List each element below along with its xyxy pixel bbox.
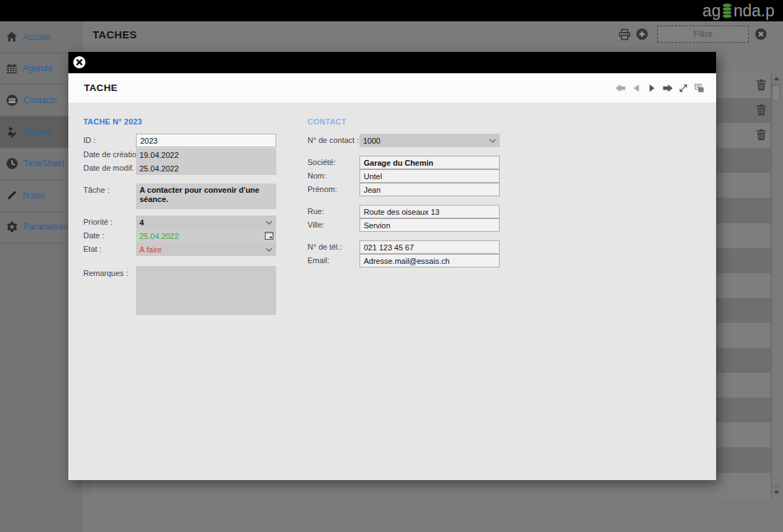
arrow-last-icon bbox=[662, 83, 673, 94]
sidebar-item-label: Tâches bbox=[23, 127, 51, 137]
name-field[interactable]: Untel bbox=[359, 169, 500, 183]
city-label: Ville: bbox=[308, 218, 325, 232]
modified-date-label: Date de modif. : bbox=[83, 161, 139, 175]
arrow-next-icon bbox=[646, 83, 658, 94]
id-label: ID : bbox=[83, 134, 95, 147]
first-record-button[interactable] bbox=[614, 82, 626, 94]
street-label: Rue: bbox=[308, 205, 324, 218]
city-field[interactable]: Servion bbox=[359, 218, 500, 232]
state-select[interactable]: A faire bbox=[136, 243, 276, 256]
firstname-field[interactable]: Jean bbox=[359, 183, 500, 196]
arrow-previous-icon bbox=[631, 83, 642, 94]
filter-input[interactable] bbox=[657, 26, 749, 43]
pencil-icon bbox=[6, 189, 18, 201]
sidebar-item-label: Accueil bbox=[23, 32, 51, 42]
contact-section-title: CONTACT bbox=[308, 117, 346, 126]
record-navigation bbox=[614, 82, 716, 94]
firstname-label: Prénom: bbox=[308, 183, 337, 196]
expand-icon bbox=[678, 83, 689, 94]
task-text-field[interactable]: A contacter pour convenir d'une séance. bbox=[136, 183, 276, 209]
delete-task-icon[interactable] bbox=[756, 78, 767, 93]
remarks-field[interactable] bbox=[136, 266, 276, 315]
tasks-icon bbox=[6, 126, 18, 138]
created-date-field: 19.04.2022 bbox=[136, 148, 276, 161]
date-picker-icon[interactable] bbox=[265, 232, 273, 240]
sidebar-item-label: Agenda bbox=[23, 63, 52, 73]
list-toolbar: TACHES bbox=[83, 21, 783, 47]
priority-select[interactable]: 4 bbox=[136, 216, 276, 229]
arrow-first-icon bbox=[615, 83, 626, 94]
id-field[interactable]: 2023 bbox=[136, 134, 276, 147]
phone-field[interactable]: 021 123 45 67 bbox=[359, 240, 500, 254]
logo-text-prefix: ag bbox=[703, 3, 721, 19]
task-section-title: TACHE N° 2023 bbox=[83, 117, 142, 126]
previous-record-button[interactable] bbox=[630, 82, 642, 94]
expand-button[interactable] bbox=[677, 82, 689, 94]
scroll-down-button[interactable] bbox=[772, 486, 781, 498]
street-field[interactable]: Route des oiseaux 13 bbox=[359, 205, 500, 218]
due-date-field[interactable]: 25.04.2022 bbox=[136, 229, 276, 243]
app-logo: ag nda.p bbox=[703, 3, 774, 19]
clock-icon bbox=[6, 157, 19, 170]
next-record-button[interactable] bbox=[646, 82, 658, 94]
database-icon bbox=[722, 3, 732, 18]
sidebar-item-label: TimeSheet bbox=[23, 159, 65, 169]
state-label: Etat : bbox=[83, 243, 102, 256]
task-detail-dialog: TACHE bbox=[68, 52, 716, 480]
page-title: TACHES bbox=[93, 28, 137, 41]
date-label: Date : bbox=[83, 229, 104, 243]
sidebar-item-label: Contacts bbox=[23, 95, 57, 105]
triangle-down-icon bbox=[774, 491, 779, 494]
scrollbar-thumb[interactable] bbox=[772, 85, 780, 101]
task-label: Tâche : bbox=[83, 186, 110, 195]
list-scrollbar[interactable] bbox=[771, 73, 781, 498]
name-label: Nom: bbox=[308, 169, 326, 183]
clear-filter-button[interactable] bbox=[755, 28, 767, 41]
close-icon bbox=[73, 55, 86, 69]
delete-task-icon[interactable] bbox=[756, 128, 767, 143]
gear-icon bbox=[6, 220, 19, 233]
remarks-label: Remarques : bbox=[83, 269, 128, 278]
delete-task-icon[interactable] bbox=[756, 103, 767, 118]
chevron-down-icon bbox=[489, 139, 496, 143]
contact-number-select[interactable]: 1000 bbox=[359, 134, 500, 147]
triangle-up-icon bbox=[774, 77, 779, 80]
contacts-icon bbox=[6, 94, 19, 107]
duplicate-button[interactable] bbox=[693, 82, 705, 94]
email-label: Email: bbox=[308, 254, 330, 267]
modified-date-field: 25.04.2022 bbox=[136, 161, 276, 175]
company-label: Société: bbox=[308, 156, 336, 169]
top-bar: ag nda.p bbox=[0, 0, 783, 21]
home-icon bbox=[6, 31, 18, 43]
add-icon bbox=[636, 28, 648, 41]
dialog-title: TACHE bbox=[68, 83, 117, 93]
email-field[interactable]: Adresse.mail@essais.ch bbox=[359, 254, 500, 267]
dialog-title-bar: TACHE bbox=[68, 73, 716, 102]
duplicate-icon bbox=[693, 83, 705, 94]
logo-text-suffix: nda.p bbox=[733, 3, 774, 19]
add-task-button[interactable] bbox=[636, 28, 648, 41]
sidebar-item-label: Notes bbox=[23, 191, 45, 201]
printer-icon bbox=[618, 28, 631, 41]
dialog-close-button[interactable] bbox=[73, 55, 86, 69]
scroll-up-button[interactable] bbox=[772, 73, 781, 85]
company-field[interactable]: Garage du Chemin bbox=[359, 156, 500, 169]
sidebar-item-accueil[interactable]: Accueil bbox=[0, 21, 83, 53]
chevron-down-icon bbox=[266, 248, 273, 252]
calendar-icon bbox=[6, 63, 18, 75]
phone-label: N° de tél.: bbox=[308, 240, 342, 254]
priority-label: Priorité : bbox=[83, 216, 112, 229]
sidebar-item-label: Paramètres bbox=[23, 222, 68, 232]
dialog-top-bar bbox=[68, 52, 716, 73]
last-record-button[interactable] bbox=[661, 82, 673, 94]
chevron-down-icon bbox=[266, 220, 273, 225]
contact-number-label: N° de contact : bbox=[308, 134, 359, 147]
clear-filter-icon bbox=[755, 28, 767, 41]
print-button[interactable] bbox=[618, 28, 631, 41]
